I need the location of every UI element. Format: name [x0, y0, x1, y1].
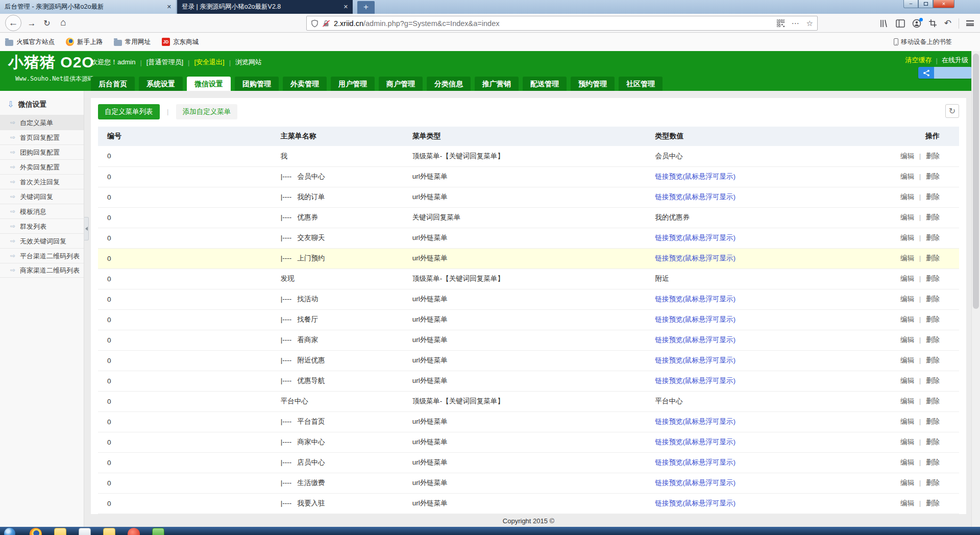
taskbar-icon[interactable]	[54, 528, 66, 535]
taskbar-icon[interactable]	[128, 528, 140, 535]
nav-tab[interactable]: 配送管理	[523, 77, 567, 91]
edit-link[interactable]: 编辑	[900, 499, 914, 507]
cell-type-value[interactable]: 链接预览(鼠标悬浮可显示)	[655, 234, 736, 241]
share-icon[interactable]	[918, 67, 934, 79]
sidebar-item[interactable]: ⇨ 无效关键词回复	[0, 233, 84, 248]
nav-tab[interactable]: 系统设置	[139, 77, 183, 91]
delete-link[interactable]: 删除	[926, 479, 940, 487]
delete-link[interactable]: 删除	[926, 173, 940, 180]
url-bar[interactable]: 2.xriid.cn/admin.php?g=System&c=Index&a=…	[306, 16, 818, 31]
delete-link[interactable]: 删除	[926, 438, 940, 446]
share-widget-panel[interactable]	[934, 67, 972, 79]
bookmark-item[interactable]: 火狐官方站点	[5, 38, 55, 46]
bookmark-item[interactable]: 新手上路	[66, 38, 103, 46]
cell-type-value[interactable]: 链接预览(鼠标悬浮可显示)	[655, 173, 736, 180]
tab-close-icon[interactable]: ✕	[339, 4, 348, 10]
cell-type-value[interactable]: 链接预览(鼠标悬浮可显示)	[655, 479, 736, 487]
edit-link[interactable]: 编辑	[900, 336, 914, 344]
clear-cache-link[interactable]: 清空缓存	[905, 56, 932, 65]
refresh-button[interactable]: ↻	[945, 104, 959, 118]
taskbar-icon[interactable]	[30, 528, 42, 535]
sidebar-item[interactable]: ⇨ 关键词回复	[0, 189, 84, 204]
sidebar-section-header[interactable]: ⇩ 微信设置	[0, 91, 84, 115]
url-text[interactable]: 2.xriid.cn/admin.php?g=System&c=Index&a=…	[334, 19, 777, 28]
delete-link[interactable]: 删除	[926, 315, 940, 323]
new-tab-button[interactable]: +	[357, 1, 375, 14]
nav-tab[interactable]: 社区管理	[619, 77, 663, 91]
delete-link[interactable]: 删除	[926, 193, 940, 201]
delete-link[interactable]: 删除	[926, 377, 940, 384]
bookmark-star-icon[interactable]: ☆	[806, 19, 813, 28]
edit-link[interactable]: 编辑	[900, 254, 914, 262]
qr-code-icon[interactable]	[777, 19, 785, 27]
sidebar-item[interactable]: ⇨ 商家渠道二维码列表	[0, 263, 84, 278]
cell-type-value[interactable]: 链接预览(鼠标悬浮可显示)	[655, 295, 736, 303]
screenshot-icon[interactable]	[928, 19, 937, 28]
tracking-shield-icon[interactable]	[311, 19, 318, 28]
forward-button[interactable]: →	[26, 17, 38, 30]
delete-link[interactable]: 删除	[926, 152, 940, 160]
logout-link[interactable]: [安全退出]	[194, 58, 224, 67]
nav-tab[interactable]: 推广营销	[475, 77, 519, 91]
home-button[interactable]: ⌂	[57, 16, 69, 29]
edit-link[interactable]: 编辑	[900, 418, 914, 425]
sidebar-item[interactable]: ⇨ 团购回复配置	[0, 144, 84, 159]
back-button[interactable]: ←	[5, 15, 21, 31]
edit-link[interactable]: 编辑	[900, 458, 914, 466]
insecure-lock-icon[interactable]	[322, 19, 330, 28]
delete-link[interactable]: 删除	[926, 418, 940, 425]
account-icon[interactable]	[912, 19, 921, 28]
cell-type-value[interactable]: 链接预览(鼠标悬浮可显示)	[655, 254, 736, 262]
sidebar-item[interactable]: ⇨ 模板消息	[0, 204, 84, 218]
online-upgrade-link[interactable]: 在线升级	[942, 56, 968, 65]
taskbar-icon[interactable]	[152, 528, 164, 535]
delete-link[interactable]: 删除	[926, 499, 940, 507]
reload-button[interactable]: ↻	[41, 17, 53, 30]
edit-link[interactable]: 编辑	[900, 213, 914, 221]
menu-hamburger-icon[interactable]	[966, 20, 974, 26]
library-icon[interactable]	[879, 19, 889, 28]
delete-link[interactable]: 删除	[926, 254, 940, 262]
delete-link[interactable]: 删除	[926, 213, 940, 221]
nav-tab[interactable]: 外卖管理	[283, 77, 327, 91]
taskbar-icon[interactable]	[79, 528, 91, 535]
sidebar-item[interactable]: ⇨ 首页回复配置	[0, 130, 84, 144]
edit-link[interactable]: 编辑	[900, 479, 914, 487]
delete-link[interactable]: 删除	[926, 234, 940, 241]
edit-link[interactable]: 编辑	[900, 173, 914, 180]
cell-type-value[interactable]: 链接预览(鼠标悬浮可显示)	[655, 356, 736, 364]
menu-list-button[interactable]: 自定义菜单列表	[98, 104, 160, 119]
browse-site-link[interactable]: 浏览网站	[235, 58, 262, 67]
nav-tab[interactable]: 后台首页	[91, 77, 135, 91]
add-menu-button[interactable]: 添加自定义菜单	[176, 104, 238, 119]
edit-link[interactable]: 编辑	[900, 377, 914, 384]
edit-link[interactable]: 编辑	[900, 295, 914, 303]
cell-type-value[interactable]: 链接预览(鼠标悬浮可显示)	[655, 336, 736, 344]
edit-link[interactable]: 编辑	[900, 438, 914, 446]
edit-link[interactable]: 编辑	[900, 234, 914, 241]
sidebar-item[interactable]: ⇨ 首次关注回复	[0, 174, 84, 189]
bookmark-item[interactable]: JD 京东商城	[162, 38, 199, 46]
window-minimize-button[interactable]: –	[903, 0, 918, 8]
sidebar-item[interactable]: ⇨ 群发列表	[0, 218, 84, 233]
cell-type-value[interactable]: 链接预览(鼠标悬浮可显示)	[655, 418, 736, 425]
nav-tab[interactable]: 微信设置	[187, 77, 231, 91]
nav-tab[interactable]: 用户管理	[331, 77, 375, 91]
delete-link[interactable]: 删除	[926, 356, 940, 364]
cell-type-value[interactable]: 链接预览(鼠标悬浮可显示)	[655, 193, 736, 201]
share-widget[interactable]	[918, 67, 972, 79]
edit-link[interactable]: 编辑	[900, 152, 914, 160]
nav-tab[interactable]: 分类信息	[427, 77, 471, 91]
restore-session-icon[interactable]: ↶	[944, 18, 951, 29]
edit-link[interactable]: 编辑	[900, 193, 914, 201]
nav-tab[interactable]: 商户管理	[379, 77, 423, 91]
delete-link[interactable]: 删除	[926, 336, 940, 344]
edit-link[interactable]: 编辑	[900, 356, 914, 364]
cell-type-value[interactable]: 链接预览(鼠标悬浮可显示)	[655, 499, 736, 507]
page-actions-icon[interactable]: ⋯	[792, 19, 799, 28]
tab-close-icon[interactable]: ✕	[163, 4, 172, 10]
cell-type-value[interactable]: 链接预览(鼠标悬浮可显示)	[655, 458, 736, 466]
delete-link[interactable]: 删除	[926, 458, 940, 466]
nav-tab[interactable]: 预约管理	[571, 77, 615, 91]
window-close-button[interactable]: ×	[933, 0, 954, 8]
